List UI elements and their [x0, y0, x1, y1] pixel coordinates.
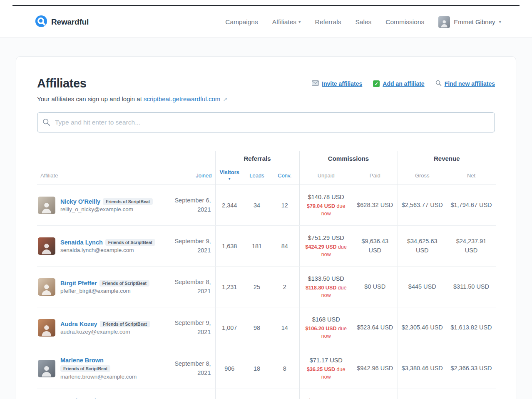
visitors-cell: 906	[215, 348, 244, 389]
visitors-cell: 903	[215, 389, 244, 399]
unpaid-due-line: $36.25 USD due now	[303, 366, 350, 381]
col-header-conv: Conv.	[270, 166, 299, 185]
search-input[interactable]	[37, 112, 495, 132]
table-group-header-row: Referrals Commissions Revenue	[37, 151, 496, 166]
table-row[interactable]: Audra KozeyFriends of ScriptBeat audra.k…	[37, 307, 496, 348]
user-menu[interactable]: Emmet Gibney ▾	[438, 16, 501, 28]
affiliate-group-badge: Friends of ScriptBeat	[60, 365, 110, 372]
col-header-paid: Paid	[353, 166, 398, 185]
joined-cell: September 9, 2021	[162, 226, 215, 267]
net-cell: $15,073.72 USD	[447, 389, 496, 399]
sort-leads-link[interactable]: Leads	[249, 172, 264, 179]
affiliate-text: Senaida LynchFriends of ScriptBeat senai…	[60, 239, 155, 253]
brand-logo[interactable]: Rewardful	[35, 15, 89, 29]
primary-nav: Campaigns Affiliates ▾ Referrals Sales C…	[225, 16, 501, 28]
leads-cell: 98	[244, 307, 270, 348]
joined-cell: September 9, 2021	[162, 307, 215, 348]
net-cell: $24,237.91 USD	[447, 226, 496, 267]
affiliate-name-link[interactable]: Marlene Brown	[60, 357, 104, 364]
affiliate-email: reilly_o_nicky@example.com	[60, 206, 153, 212]
table-subheader-row: Affiliate Joined Visitors ▼ Leads Conv. …	[37, 166, 496, 185]
due-amount: $106.20 USD	[306, 326, 337, 332]
table-row[interactable]: Nicky O'ReillyFriends of ScriptBeat reil…	[37, 185, 496, 226]
chevron-down-icon: ▾	[499, 19, 501, 25]
leads-cell: 18	[244, 348, 270, 389]
find-new-affiliates-button[interactable]: Find new affiliates	[435, 80, 495, 87]
affiliate-text: Birgit PfefferFriends of ScriptBeat pfef…	[60, 280, 149, 294]
unpaid-due-line: $106.20 USD due now	[303, 325, 350, 340]
unpaid-amount: $71.17 USD	[303, 356, 350, 365]
net-cell: $1,794.67 USD	[447, 185, 496, 226]
unpaid-amount: $802.95 USD	[303, 397, 350, 399]
affiliates-rows: Nicky O'ReillyFriends of ScriptBeat reil…	[37, 185, 496, 399]
gross-cell: $3,380.46 USD	[398, 348, 447, 389]
affiliate-text: Marlene BrownFriends of ScriptBeat marle…	[60, 357, 137, 380]
invite-affiliates-button[interactable]: Invite affiliates	[312, 80, 362, 87]
affiliate-name-link[interactable]: Nicky O'Reilly	[60, 198, 100, 205]
affiliate-group-badge: Friends of ScriptBeat	[100, 321, 150, 327]
conv-cell: 8	[270, 348, 299, 389]
table-row[interactable]: Senaida LynchFriends of ScriptBeat senai…	[37, 226, 496, 267]
unpaid-amount: $140.78 USD	[303, 193, 350, 202]
visitors-cell: 1,007	[215, 307, 244, 348]
net-cell: $311.50 USD	[447, 267, 496, 307]
unpaid-cell: $168 USD $106.20 USD due now	[299, 307, 353, 348]
invite-affiliates-label: Invite affiliates	[322, 80, 362, 87]
add-affiliate-button[interactable]: ✓ Add an affiliate	[373, 80, 424, 87]
visitors-cell: 2,344	[215, 185, 244, 226]
envelope-icon	[312, 80, 319, 87]
table-row[interactable]: Marlene BrownFriends of ScriptBeat marle…	[37, 348, 496, 389]
search-icon	[435, 80, 442, 87]
nav-sales[interactable]: Sales	[355, 18, 371, 26]
joined-cell: September 8, 2021	[162, 348, 215, 389]
group-header-revenue: Revenue	[398, 151, 496, 166]
affiliate-group-badge: Friends of ScriptBeat	[103, 198, 153, 205]
leads-cell: 181	[244, 226, 270, 267]
sort-conv-link[interactable]: Conv.	[278, 172, 291, 179]
gross-cell: $21,533.89 USD	[398, 389, 447, 399]
affiliate-email: pfeffer_birgit@example.com	[60, 288, 149, 294]
gross-cell: $34,625.63 USD	[398, 226, 447, 267]
visitors-cell: 1,231	[215, 267, 244, 307]
affiliate-cell: Nicky O'ReillyFriends of ScriptBeat reil…	[37, 185, 162, 226]
affiliate-name-link[interactable]: Birgit Pfeffer	[60, 280, 97, 287]
joined-cell: September 6, 2021	[162, 389, 215, 399]
table-row[interactable]: Birgit PfefferFriends of ScriptBeat pfef…	[37, 267, 496, 307]
signup-url-link[interactable]: scriptbeat.getrewardful.com	[144, 95, 220, 102]
affiliate-name-link[interactable]: Senaida Lynch	[60, 239, 103, 246]
unpaid-amount: $751.29 USD	[303, 234, 350, 243]
col-header-gross: Gross	[398, 166, 447, 185]
sort-visitors-link[interactable]: Visitors ▼	[220, 169, 239, 182]
unpaid-cell: $71.17 USD $36.25 USD due now	[299, 348, 353, 389]
affiliate-name-link[interactable]: Audra Kozey	[60, 321, 97, 327]
sort-desc-icon: ▼	[228, 177, 231, 181]
unpaid-due-line: $118.80 USD due now	[303, 284, 350, 299]
nav-referrals[interactable]: Referrals	[315, 18, 341, 26]
col-header-unpaid: Unpaid	[299, 166, 353, 185]
card-header: Affiliates Your affiliates can sign up a…	[37, 77, 495, 102]
affiliate-text: Nicky O'ReillyFriends of ScriptBeat reil…	[60, 198, 153, 212]
col-header-visitors: Visitors ▼	[215, 166, 244, 185]
leads-cell: 25	[244, 267, 270, 307]
header-actions: Invite affiliates ✓ Add an affiliate Fin…	[312, 80, 495, 87]
affiliate-avatar	[38, 237, 55, 255]
col-header-leads: Leads	[244, 166, 270, 185]
affiliate-avatar	[38, 197, 55, 214]
signup-url-note: Your affiliates can sign up and login at…	[37, 95, 227, 102]
external-link-icon: ↗	[223, 96, 227, 102]
affiliates-card: Affiliates Your affiliates can sign up a…	[16, 56, 516, 399]
chevron-down-icon: ▾	[298, 19, 301, 25]
nav-affiliates[interactable]: Affiliates ▾	[272, 18, 301, 26]
table-row[interactable]: Caterina QuitzonFriends of ScriptBeat ca…	[37, 389, 496, 399]
nav-commissions[interactable]: Commissions	[385, 18, 424, 26]
joined-cell: September 6, 2021	[162, 185, 215, 226]
affiliate-email: senaida.lynch@example.com	[60, 247, 155, 253]
net-cell: $1,613.82 USD	[447, 307, 496, 348]
add-affiliate-label: Add an affiliate	[383, 80, 424, 87]
nav-campaigns[interactable]: Campaigns	[225, 18, 258, 26]
search-box	[37, 112, 495, 132]
sort-joined-link[interactable]: Joined	[196, 172, 211, 179]
paid-cell: $628.32 USD	[353, 185, 398, 226]
col-header-affiliate: Affiliate	[37, 166, 162, 185]
group-header-commissions: Commissions	[299, 151, 398, 166]
